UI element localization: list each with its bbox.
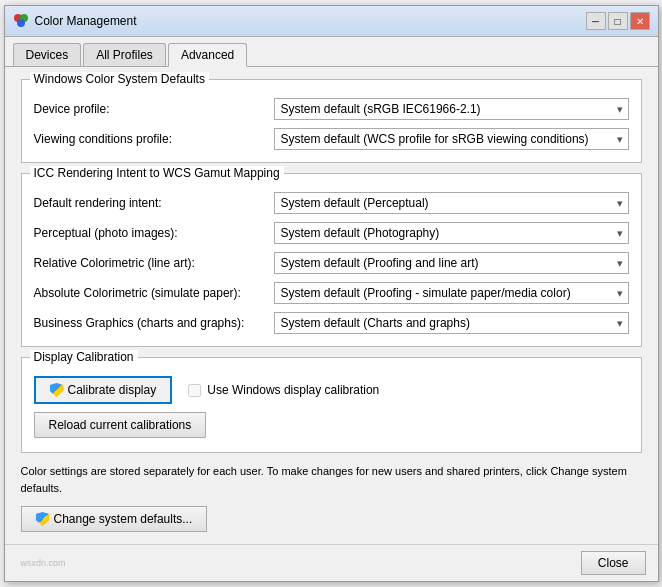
watermark: wsxdn.com bbox=[17, 556, 70, 570]
change-system-defaults-button[interactable]: Change system defaults... bbox=[21, 506, 208, 532]
viewing-conditions-select-wrapper: System default (WCS profile for sRGB vie… bbox=[274, 128, 629, 150]
viewing-conditions-row: Viewing conditions profile: System defau… bbox=[34, 128, 629, 150]
calibrate-display-button[interactable]: Calibrate display bbox=[34, 376, 173, 404]
perceptual-select[interactable]: System default (Photography) bbox=[274, 222, 629, 244]
device-profile-select-wrapper: System default (sRGB IEC61966-2.1) bbox=[274, 98, 629, 120]
device-profile-select[interactable]: System default (sRGB IEC61966-2.1) bbox=[274, 98, 629, 120]
title-controls: ─ □ ✕ bbox=[586, 12, 650, 30]
footer: wsxdn.com Close bbox=[5, 544, 658, 581]
calibration-buttons-row: Calibrate display Use Windows display ca… bbox=[34, 376, 629, 404]
use-windows-calibration-label: Use Windows display calibration bbox=[207, 383, 379, 397]
viewing-conditions-label: Viewing conditions profile: bbox=[34, 132, 274, 146]
perceptual-row: Perceptual (photo images): System defaul… bbox=[34, 222, 629, 244]
display-calibration-section: Display Calibration Calibrate display Us… bbox=[21, 357, 642, 453]
shield-icon bbox=[50, 383, 64, 397]
relative-colorimetric-row: Relative Colorimetric (line art): System… bbox=[34, 252, 629, 274]
tab-devices[interactable]: Devices bbox=[13, 43, 82, 66]
business-graphics-row: Business Graphics (charts and graphs): S… bbox=[34, 312, 629, 334]
absolute-colorimetric-select[interactable]: System default (Proofing - simulate pape… bbox=[274, 282, 629, 304]
bottom-row: Change system defaults... bbox=[21, 506, 642, 532]
relative-colorimetric-select[interactable]: System default (Proofing and line art) bbox=[274, 252, 629, 274]
maximize-button[interactable]: □ bbox=[608, 12, 628, 30]
shield-icon-defaults bbox=[36, 512, 50, 526]
viewing-conditions-select[interactable]: System default (WCS profile for sRGB vie… bbox=[274, 128, 629, 150]
title-bar: Color Management ─ □ ✕ bbox=[5, 6, 658, 37]
use-windows-calibration-checkbox[interactable] bbox=[188, 384, 201, 397]
window-title: Color Management bbox=[35, 14, 137, 28]
absolute-colorimetric-row: Absolute Colorimetric (simulate paper): … bbox=[34, 282, 629, 304]
calibration-title: Display Calibration bbox=[30, 350, 138, 364]
close-window-button[interactable]: ✕ bbox=[630, 12, 650, 30]
default-rendering-label: Default rendering intent: bbox=[34, 196, 274, 210]
windows-color-defaults-title: Windows Color System Defaults bbox=[30, 72, 209, 86]
device-profile-label: Device profile: bbox=[34, 102, 274, 116]
main-window: Color Management ─ □ ✕ Devices All Profi… bbox=[4, 5, 659, 582]
perceptual-label: Perceptual (photo images): bbox=[34, 226, 274, 240]
perceptual-select-wrapper: System default (Photography) bbox=[274, 222, 629, 244]
business-graphics-select[interactable]: System default (Charts and graphs) bbox=[274, 312, 629, 334]
default-rendering-select[interactable]: System default (Perceptual) bbox=[274, 192, 629, 214]
reload-calibrations-button[interactable]: Reload current calibrations bbox=[34, 412, 207, 438]
title-bar-left: Color Management bbox=[13, 13, 137, 29]
default-rendering-select-wrapper: System default (Perceptual) bbox=[274, 192, 629, 214]
business-graphics-select-wrapper: System default (Charts and graphs) bbox=[274, 312, 629, 334]
tab-advanced[interactable]: Advanced bbox=[168, 43, 247, 67]
info-text: Color settings are stored separately for… bbox=[21, 463, 642, 496]
svg-point-2 bbox=[17, 19, 25, 27]
minimize-button[interactable]: ─ bbox=[586, 12, 606, 30]
relative-colorimetric-label: Relative Colorimetric (line art): bbox=[34, 256, 274, 270]
relative-colorimetric-select-wrapper: System default (Proofing and line art) bbox=[274, 252, 629, 274]
close-button[interactable]: Close bbox=[581, 551, 646, 575]
business-graphics-label: Business Graphics (charts and graphs): bbox=[34, 316, 274, 330]
window-icon bbox=[13, 13, 29, 29]
absolute-colorimetric-select-wrapper: System default (Proofing - simulate pape… bbox=[274, 282, 629, 304]
icc-rendering-section: ICC Rendering Intent to WCS Gamut Mappin… bbox=[21, 173, 642, 347]
info-section: Color settings are stored separately for… bbox=[21, 463, 642, 532]
tab-all-profiles[interactable]: All Profiles bbox=[83, 43, 166, 66]
content-area: Windows Color System Defaults Device pro… bbox=[5, 67, 658, 544]
windows-color-defaults-section: Windows Color System Defaults Device pro… bbox=[21, 79, 642, 163]
default-rendering-row: Default rendering intent: System default… bbox=[34, 192, 629, 214]
icc-rendering-title: ICC Rendering Intent to WCS Gamut Mappin… bbox=[30, 166, 284, 180]
use-windows-calibration-row: Use Windows display calibration bbox=[188, 383, 379, 397]
absolute-colorimetric-label: Absolute Colorimetric (simulate paper): bbox=[34, 286, 274, 300]
device-profile-row: Device profile: System default (sRGB IEC… bbox=[34, 98, 629, 120]
reload-row: Reload current calibrations bbox=[34, 412, 629, 438]
tab-bar: Devices All Profiles Advanced bbox=[5, 37, 658, 67]
